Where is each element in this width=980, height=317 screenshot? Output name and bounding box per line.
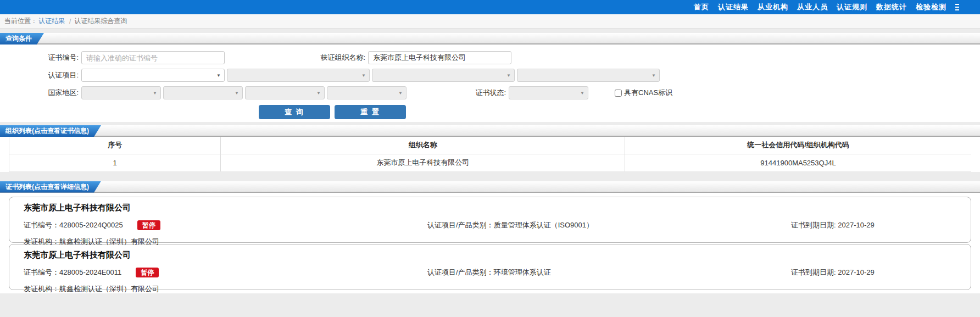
cert-list-section-tab: 证书列表(点击查看详细信息) (0, 181, 101, 193)
chevron-down-icon: ▼ (398, 91, 403, 96)
cert-no-value: 428005-2024E0011 (59, 268, 121, 276)
cert-org-name: 东莞市原上电子科技有限公司 (24, 250, 956, 260)
chevron-down-icon: ▼ (216, 73, 221, 78)
cert-info-row: 证书编号：428005-2024Q0025 暂停 认证项目/产品类别：质量管理体… (24, 220, 956, 230)
nav-item-statistics[interactable]: 数据统计 (876, 2, 907, 12)
reset-button[interactable]: 重 置 (335, 105, 406, 119)
org-list-panel: 序号 组织名称 统一社会信用代码/组织机构代码 1 东莞市原上电子科技有限公司 … (0, 137, 980, 172)
org-list-section-bar: 组织列表(点击查看证书信息) (0, 125, 980, 137)
org-table-header-row: 序号 组织名称 统一社会信用代码/组织机构代码 (9, 137, 972, 154)
nav-item-agencies[interactable]: 从业机构 (758, 2, 788, 12)
cert-org-name: 东莞市原上电子科技有限公司 (24, 203, 956, 213)
project-field-label: 认证项目/产品类别： (427, 268, 494, 276)
cert-no-label: 证书编号: (0, 53, 81, 63)
query-section-tab: 查询条件 (0, 33, 44, 45)
expire-field-label: 证书到期日期: (791, 268, 838, 276)
org-name-label: 获证组织名称: (225, 53, 368, 63)
cert-no-value: 428005-2024Q0025 (59, 221, 123, 229)
chevron-down-icon: ▼ (316, 91, 321, 96)
chevron-down-icon: ▼ (580, 91, 584, 96)
breadcrumb-prefix: 当前位置： (4, 16, 37, 26)
col-header-index: 序号 (9, 137, 221, 154)
button-row: 查 询 重 置 (0, 105, 665, 119)
cert-no-field-label: 证书编号： (24, 220, 59, 230)
breadcrumb-separator: / (69, 18, 71, 25)
issuer-value: 航鑫检测认证（深圳）有限公司 (59, 237, 159, 246)
cert-no-group: 证书编号：428005-2024E0011 暂停 (24, 268, 159, 277)
chevron-down-icon: ▼ (652, 73, 656, 78)
cert-expire-group: 证书到期日期: 2027-10-29 (791, 268, 875, 277)
cell-index: 1 (9, 154, 221, 171)
breadcrumb-current: 认证结果综合查询 (74, 16, 127, 26)
nav-item-partial[interactable] (955, 4, 959, 11)
cert-no-field-label: 证书编号： (24, 268, 59, 277)
region-select-2: ▼ (163, 86, 243, 99)
nav-item-practitioners[interactable]: 从业人员 (797, 2, 828, 12)
col-header-org-name: 组织名称 (221, 137, 625, 154)
cert-no-input[interactable] (81, 51, 225, 64)
project-select-4: ▼ (517, 69, 660, 82)
project-label: 认证项目: (0, 70, 81, 80)
search-button[interactable]: 查 询 (259, 105, 330, 119)
cert-issuer-row: 发证机构：航鑫检测认证（深圳）有限公司 (24, 284, 956, 294)
cell-credit-code: 91441900MA5253QJ4L (625, 154, 971, 171)
cert-card[interactable]: 东莞市原上电子科技有限公司 证书编号：428005-2024E0011 暂停 认… (9, 244, 971, 290)
query-form-panel: 证书编号: 获证组织名称: 认证项目: ▼ ▼ ▼ ▼ 国家地区: ▼ ▼ ▼ … (0, 45, 980, 122)
org-list-section-tab: 组织列表(点击查看证书信息) (0, 125, 101, 137)
project-value: 环境管理体系认证 (494, 268, 551, 276)
project-value: 质量管理体系认证（ISO9001） (494, 221, 593, 229)
region-select-4: ▼ (327, 86, 407, 99)
status-badge: 暂停 (136, 268, 159, 277)
status-select: ▼ (509, 86, 588, 99)
nav-menu: 首页 认证结果 从业机构 从业人员 认证规则 数据统计 检验检测 (694, 0, 959, 14)
cert-info-row: 证书编号：428005-2024E0011 暂停 认证项目/产品类别：环境管理体… (24, 268, 956, 277)
query-section-bar: 查询条件 (0, 33, 980, 45)
cert-card[interactable]: 东莞市原上电子科技有限公司 证书编号：428005-2024Q0025 暂停 认… (9, 197, 971, 243)
expire-value: 2027-10-29 (838, 221, 875, 229)
cnas-label: 具有CNAS标识 (624, 88, 672, 98)
region-select-3: ▼ (245, 86, 325, 99)
breadcrumb-link-cert-results[interactable]: 认证结果 (38, 16, 65, 26)
nav-item-cert-results[interactable]: 认证结果 (718, 2, 749, 12)
project-select-1[interactable]: ▼ (81, 69, 225, 82)
chevron-down-icon: ▼ (235, 91, 239, 96)
region-label: 国家地区: (0, 88, 81, 98)
issuer-field-label: 发证机构： (24, 237, 59, 246)
issuer-value: 航鑫检测认证（深圳）有限公司 (59, 285, 159, 293)
status-badge: 暂停 (137, 220, 160, 230)
chevron-down-icon: ▼ (361, 73, 366, 78)
chevron-down-icon: ▼ (153, 91, 157, 96)
region-select-1: ▼ (81, 86, 161, 99)
project-select-3: ▼ (372, 69, 515, 82)
org-name-input[interactable] (368, 51, 511, 64)
nav-item-home[interactable]: 首页 (694, 2, 709, 12)
top-navbar: 首页 认证结果 从业机构 从业人员 认证规则 数据统计 检验检测 (0, 0, 980, 14)
cert-list-panel: 东莞市原上电子科技有限公司 证书编号：428005-2024Q0025 暂停 认… (0, 193, 980, 293)
form-row-3: 国家地区: ▼ ▼ ▼ ▼ 证书状态: ▼ 具有CNAS标识 (0, 86, 980, 99)
cert-expire-group: 证书到期日期: 2027-10-29 (791, 220, 875, 230)
expire-field-label: 证书到期日期: (791, 221, 838, 229)
cnas-checkbox[interactable] (615, 90, 622, 97)
org-table: 序号 组织名称 统一社会信用代码/组织机构代码 1 东莞市原上电子科技有限公司 … (9, 137, 971, 172)
cert-project-group: 认证项目/产品类别：环境管理体系认证 (427, 268, 551, 277)
breadcrumb: 当前位置： 认证结果 / 认证结果综合查询 (0, 14, 980, 29)
status-label: 证书状态: (459, 88, 509, 98)
nav-item-inspection[interactable]: 检验检测 (916, 2, 946, 12)
form-row-1: 证书编号: 获证组织名称: (0, 51, 980, 64)
table-row[interactable]: 1 东莞市原上电子科技有限公司 91441900MA5253QJ4L (9, 154, 972, 171)
expire-value: 2027-10-29 (838, 268, 875, 276)
issuer-field-label: 发证机构： (24, 285, 59, 293)
cert-list-section-bar: 证书列表(点击查看详细信息) (0, 181, 980, 193)
cnas-checkbox-group: 具有CNAS标识 (615, 88, 672, 98)
cert-project-group: 认证项目/产品类别：质量管理体系认证（ISO9001） (427, 220, 593, 230)
cell-org-name: 东莞市原上电子科技有限公司 (221, 154, 625, 171)
col-header-credit-code: 统一社会信用代码/组织机构代码 (625, 137, 971, 154)
form-row-2: 认证项目: ▼ ▼ ▼ ▼ (0, 69, 980, 82)
project-field-label: 认证项目/产品类别： (427, 221, 494, 229)
cert-no-group: 证书编号：428005-2024Q0025 暂停 (24, 220, 160, 230)
nav-item-rules[interactable]: 认证规则 (837, 2, 867, 12)
project-select-2: ▼ (227, 69, 370, 82)
chevron-down-icon: ▼ (506, 73, 511, 78)
